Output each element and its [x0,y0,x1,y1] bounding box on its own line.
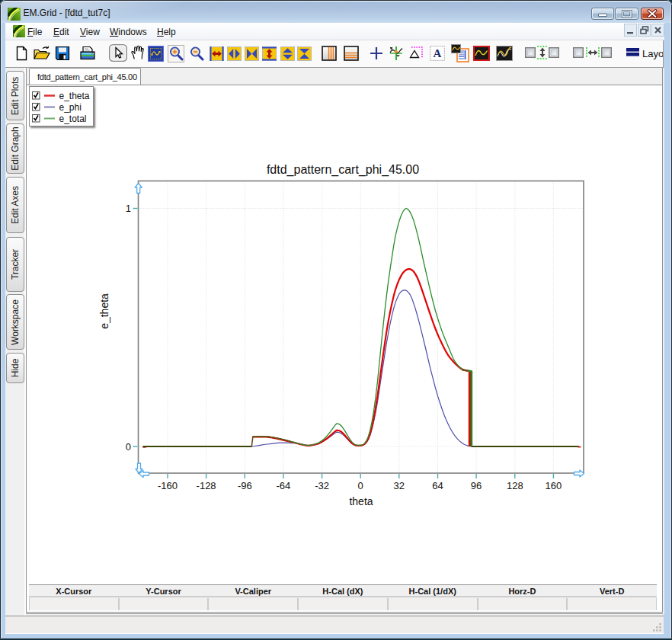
svg-text:A: A [434,47,442,59]
svg-text:1: 1 [126,203,131,214]
svg-text:theta: theta [349,495,373,507]
svg-text:-32: -32 [315,480,329,491]
svg-text:160: 160 [546,480,562,491]
svg-text:-64: -64 [277,480,291,491]
svg-text:-128: -128 [197,480,216,491]
svg-text:-160: -160 [158,480,178,491]
svg-text:32: 32 [394,480,405,491]
svg-text:0: 0 [126,441,131,453]
svg-text:-96: -96 [238,480,252,491]
svg-text:96: 96 [471,480,482,491]
svg-text:fdtd_pattern_cart_phi_45.00: fdtd_pattern_cart_phi_45.00 [267,163,419,177]
svg-text:0: 0 [358,480,363,491]
svg-text:64: 64 [432,480,443,491]
svg-text:128: 128 [507,480,523,491]
svg-text:e_theta: e_theta [98,293,110,329]
